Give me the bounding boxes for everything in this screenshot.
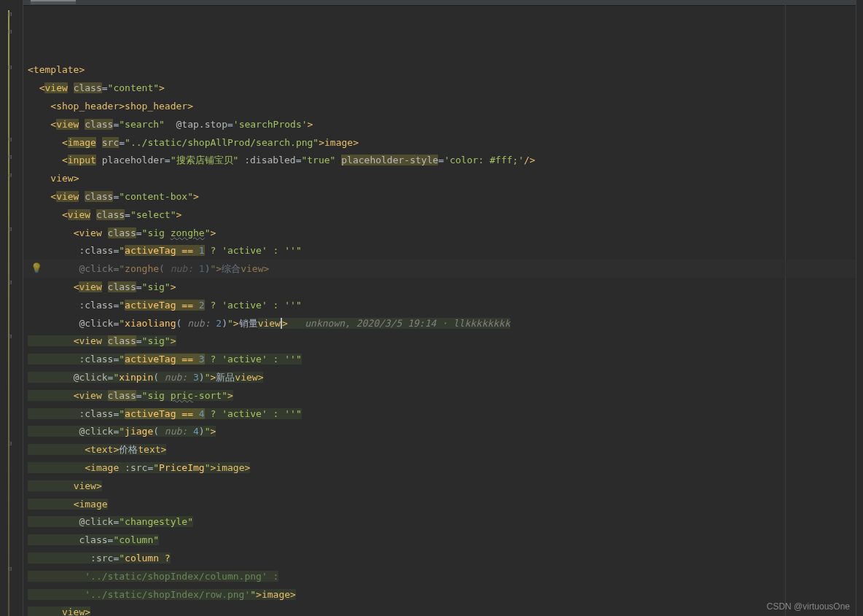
gutter-row[interactable] — [0, 509, 23, 527]
code-content[interactable]: <template> <view class="content"> <shop_… — [28, 61, 860, 616]
gutter[interactable] — [0, 0, 23, 616]
gutter-row[interactable] — [0, 473, 23, 491]
gutter-row[interactable] — [0, 43, 23, 61]
gutter-row[interactable] — [0, 383, 23, 402]
gutter-row[interactable] — [0, 437, 23, 456]
fold-icon[interactable] — [8, 281, 15, 288]
gutter-row[interactable] — [0, 526, 23, 545]
gutter-row[interactable] — [0, 7, 23, 26]
fold-icon[interactable] — [8, 568, 15, 574]
gutter-row[interactable] — [0, 26, 23, 44]
gutter-row[interactable] — [0, 294, 23, 312]
gutter-row[interactable] — [0, 133, 23, 151]
gutter-row[interactable] — [0, 151, 23, 169]
gutter-row[interactable] — [0, 61, 23, 79]
current-line-highlight — [23, 260, 863, 278]
code-editor[interactable]: 💡 <template> <view class="content"> <sho… — [0, 0, 863, 616]
gutter-row[interactable] — [0, 365, 23, 383]
gutter-row[interactable] — [0, 580, 23, 599]
error-stripe[interactable] — [856, 0, 863, 616]
gutter-row[interactable] — [0, 562, 23, 580]
watermark: CSDN @virtuousOne — [767, 601, 850, 612]
gutter-row[interactable] — [0, 545, 23, 563]
gutter-row[interactable] — [0, 330, 23, 348]
gutter-row[interactable] — [0, 599, 23, 616]
fold-icon[interactable] — [8, 156, 15, 163]
fold-icon[interactable] — [8, 442, 15, 449]
gutter-row[interactable] — [0, 348, 23, 366]
fold-icon[interactable] — [8, 66, 15, 73]
gutter-row[interactable] — [0, 276, 23, 294]
gutter-row[interactable] — [0, 258, 23, 276]
fold-icon[interactable] — [8, 335, 15, 342]
gutter-row[interactable] — [0, 114, 23, 133]
code-area[interactable]: <template> <view class="content"> <shop_… — [23, 0, 863, 616]
fold-icon[interactable] — [8, 31, 15, 37]
fold-icon[interactable] — [8, 139, 15, 145]
gutter-row[interactable] — [0, 455, 23, 473]
gutter-row[interactable] — [0, 97, 23, 115]
fold-icon[interactable] — [8, 228, 15, 235]
gutter-row[interactable] — [0, 187, 23, 205]
gutter-row[interactable] — [0, 419, 23, 437]
gutter-row[interactable] — [0, 222, 23, 241]
gutter-row[interactable] — [0, 312, 23, 330]
gutter-row[interactable] — [0, 240, 23, 258]
gutter-row[interactable] — [0, 491, 23, 509]
gutter-row[interactable] — [0, 204, 23, 222]
gutter-row[interactable] — [0, 79, 23, 97]
fold-icon[interactable] — [8, 174, 15, 181]
gutter-row[interactable] — [0, 168, 23, 187]
fold-icon[interactable] — [8, 13, 15, 20]
gutter-row[interactable] — [0, 401, 23, 419]
